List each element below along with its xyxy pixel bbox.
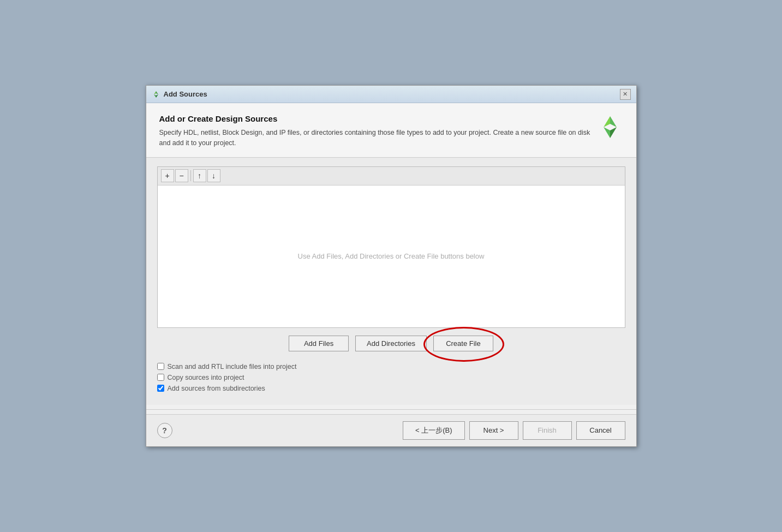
scan-rtl-row: Scan and add RTL include files into proj… <box>157 361 625 372</box>
header-text: Add or Create Design Sources Specify HDL… <box>159 114 597 148</box>
footer-separator <box>146 409 636 410</box>
main-panel: + − ↑ ↓ Use Add Files, Add Directories o… <box>146 158 636 405</box>
add-subdirs-checkbox[interactable] <box>157 385 164 392</box>
copy-sources-label: Copy sources into project <box>168 374 244 381</box>
move-up-button[interactable]: ↑ <box>193 169 206 182</box>
svg-marker-5 <box>604 116 610 127</box>
close-button[interactable]: ✕ <box>620 89 631 100</box>
vivado-logo <box>597 114 623 140</box>
svg-marker-3 <box>154 94 156 98</box>
next-button[interactable]: Next > <box>469 421 518 440</box>
title-bar: Add Sources ✕ <box>146 86 636 103</box>
file-list-body: Use Add Files, Add Directories or Create… <box>158 186 625 327</box>
vivado-small-icon <box>152 90 160 99</box>
toolbar: + − ↑ ↓ <box>158 167 625 186</box>
title-bar-left: Add Sources <box>152 90 207 99</box>
add-subdirs-row: Add sources from subdirectories <box>157 383 625 394</box>
dialog-title: Add or Create Design Sources <box>159 114 597 123</box>
scan-rtl-checkbox[interactable] <box>157 363 164 370</box>
remove-button[interactable]: − <box>175 169 188 182</box>
footer-buttons: < 上一步(B) Next > Finish Cancel <box>403 421 625 440</box>
add-subdirs-label: Add sources from subdirectories <box>168 385 265 392</box>
footer: ? < 上一步(B) Next > Finish Cancel <box>146 414 636 446</box>
file-list-container: + − ↑ ↓ Use Add Files, Add Directories o… <box>157 166 625 328</box>
create-file-button[interactable]: Create File <box>433 336 493 351</box>
copy-sources-row: Copy sources into project <box>157 372 625 383</box>
add-directories-button[interactable]: Add Directories <box>355 336 427 351</box>
svg-marker-1 <box>154 91 156 94</box>
svg-marker-0 <box>156 91 158 94</box>
back-button[interactable]: < 上一步(B) <box>403 421 465 440</box>
svg-marker-2 <box>156 94 158 98</box>
add-sources-dialog: Add Sources ✕ Add or Create Design Sourc… <box>146 85 637 447</box>
svg-marker-4 <box>610 116 617 127</box>
add-button[interactable]: + <box>161 169 174 182</box>
copy-sources-checkbox[interactable] <box>157 374 164 381</box>
dialog-description: Specify HDL, netlist, Block Design, and … <box>159 128 597 148</box>
svg-marker-7 <box>604 127 610 138</box>
help-button[interactable]: ? <box>157 423 172 438</box>
header-area: Add or Create Design Sources Specify HDL… <box>146 103 636 158</box>
options-area: Scan and add RTL include files into proj… <box>157 356 625 398</box>
create-file-wrapper: Create File <box>433 336 493 351</box>
finish-button[interactable]: Finish <box>523 421 572 440</box>
cancel-button[interactable]: Cancel <box>576 421 625 440</box>
empty-hint: Use Add Files, Add Directories or Create… <box>298 252 485 260</box>
toolbar-divider <box>190 170 191 181</box>
scan-rtl-label: Scan and add RTL include files into proj… <box>168 363 297 370</box>
action-buttons-row: Add Files Add Directories Create File <box>157 328 625 356</box>
move-down-button[interactable]: ↓ <box>207 169 220 182</box>
add-files-button[interactable]: Add Files <box>289 336 349 351</box>
window-title: Add Sources <box>164 90 207 98</box>
svg-marker-6 <box>610 127 617 138</box>
